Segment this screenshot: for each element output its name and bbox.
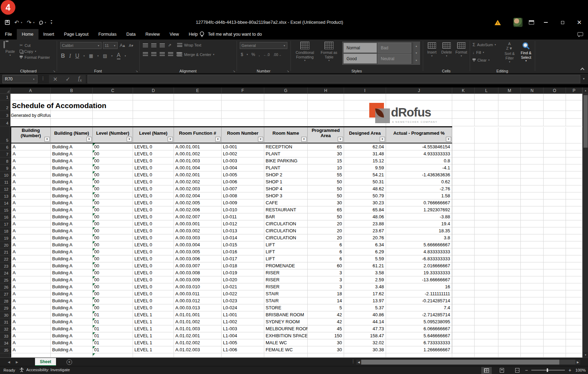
cell[interactable] — [566, 241, 582, 248]
cell[interactable]: A — [10, 283, 51, 290]
filter-dropdown-icon[interactable]: ▼ — [168, 137, 173, 142]
cell[interactable] — [475, 311, 498, 318]
cell[interactable] — [264, 94, 308, 100]
cell[interactable] — [10, 119, 51, 126]
cell[interactable]: A — [10, 199, 51, 206]
cell[interactable]: Building A — [51, 178, 93, 185]
cell[interactable] — [544, 262, 566, 269]
cell[interactable]: A — [10, 143, 51, 150]
cell[interactable]: L0-012 — [222, 220, 264, 227]
tab-data[interactable]: Data — [121, 29, 140, 40]
cell[interactable] — [452, 283, 475, 290]
fill-button[interactable]: ↓Fill▾ — [472, 49, 484, 55]
horizontal-scroll-thumb[interactable] — [361, 360, 559, 365]
cell[interactable]: Building A — [51, 227, 93, 234]
cell[interactable]: 01 — [93, 339, 133, 346]
cell[interactable]: Building A — [51, 262, 93, 269]
cell[interactable] — [475, 325, 498, 332]
cell[interactable]: 18 — [308, 290, 344, 297]
cell[interactable] — [521, 248, 544, 255]
save-icon[interactable] — [5, 20, 10, 25]
cell[interactable] — [452, 248, 475, 255]
cell[interactable]: -0.214285714 — [386, 297, 452, 304]
tab-view[interactable]: View — [164, 29, 184, 40]
cell[interactable] — [566, 157, 582, 164]
cell[interactable]: 19.4 — [386, 220, 452, 227]
cell[interactable] — [521, 304, 544, 311]
cell[interactable]: 9.59 — [344, 164, 386, 171]
column-header-c[interactable]: C — [93, 87, 133, 94]
column-header-f[interactable]: F — [222, 87, 264, 94]
accessibility-status[interactable]: Accessibility: Investigate — [19, 367, 70, 372]
decrease-indent-icon[interactable] — [168, 52, 173, 56]
cell[interactable]: 5.59 — [344, 255, 386, 262]
cell[interactable]: 150 — [308, 332, 344, 339]
cell[interactable]: PROMENADE — [264, 262, 308, 269]
column-header-b[interactable]: B — [51, 87, 93, 94]
cell[interactable]: A.00.02.004 — [174, 192, 222, 199]
cell[interactable] — [566, 185, 582, 192]
cell[interactable]: Actual - Programmed %▼ — [386, 127, 452, 143]
close-button[interactable]: ✕ — [574, 16, 584, 29]
wrap-text-button[interactable]: Wrap Text — [177, 42, 201, 48]
touch-mode-icon[interactable] — [39, 20, 43, 24]
cell[interactable]: -2.714285714 — [386, 311, 452, 318]
clipboard-dialog-launcher-icon[interactable]: ↘ — [53, 70, 55, 73]
cell[interactable] — [498, 119, 521, 126]
cell[interactable] — [566, 100, 582, 111]
cell[interactable] — [10, 353, 51, 358]
restore-button[interactable] — [557, 16, 568, 29]
page-layout-view-button[interactable] — [497, 367, 507, 374]
cell[interactable] — [475, 192, 498, 199]
cell[interactable] — [521, 262, 544, 269]
cell[interactable]: 00 — [93, 185, 133, 192]
cancel-icon[interactable]: ✕ — [53, 76, 57, 83]
row-number[interactable]: 12 — [0, 185, 10, 192]
cell[interactable]: L1-002 — [222, 318, 264, 325]
cell[interactable]: A — [10, 234, 51, 241]
cell[interactable]: Building A — [51, 143, 93, 150]
cell[interactable] — [174, 94, 222, 100]
cell[interactable]: -4.1 — [386, 164, 452, 171]
cell[interactable]: LEVEL 0 — [133, 304, 174, 311]
cell[interactable]: -4.553846154 — [386, 143, 452, 150]
cell[interactable] — [452, 318, 475, 325]
cell[interactable] — [133, 100, 174, 111]
cell[interactable]: A — [10, 164, 51, 171]
cell[interactable] — [566, 339, 582, 346]
cell[interactable] — [452, 185, 475, 192]
cell[interactable]: A — [10, 346, 51, 353]
cell[interactable]: Building A — [51, 346, 93, 353]
cell[interactable]: SHOP 3 — [264, 192, 308, 199]
undo-dropdown-icon[interactable]: ▾ — [21, 21, 22, 24]
tab-file[interactable]: File — [0, 29, 17, 40]
cell[interactable]: A.00.02.003 — [174, 185, 222, 192]
cell[interactable] — [498, 157, 521, 164]
cell[interactable] — [544, 185, 566, 192]
new-sheet-icon[interactable]: + — [66, 359, 72, 365]
cell[interactable]: A — [10, 318, 51, 325]
cell[interactable]: LIFT — [264, 255, 308, 262]
cell[interactable]: CAFE — [264, 199, 308, 206]
cell[interactable]: 54.21 — [344, 171, 386, 178]
cell[interactable]: 00 — [93, 283, 133, 290]
cell[interactable] — [544, 220, 566, 227]
cell[interactable] — [544, 318, 566, 325]
fill-color-icon[interactable]: ▨ — [103, 53, 107, 58]
cell[interactable] — [475, 220, 498, 227]
cell[interactable]: Room Number▼ — [222, 127, 264, 143]
cell[interactable]: 50.31 — [344, 178, 386, 185]
cell[interactable]: Designed Area▼ — [344, 127, 386, 143]
cell[interactable] — [51, 119, 93, 126]
cell[interactable] — [452, 213, 475, 220]
cell[interactable] — [498, 164, 521, 171]
cell[interactable]: L0-004 — [222, 164, 264, 171]
sheet-tab-active[interactable]: Sheet — [35, 358, 56, 366]
scroll-down-icon[interactable]: ▼ — [583, 352, 588, 358]
cell[interactable]: A.00.03.001 — [174, 220, 222, 227]
cell[interactable] — [222, 111, 264, 119]
align-center-icon[interactable] — [151, 52, 156, 56]
cell[interactable] — [498, 94, 521, 100]
cell[interactable] — [452, 346, 475, 353]
cell[interactable] — [452, 234, 475, 241]
